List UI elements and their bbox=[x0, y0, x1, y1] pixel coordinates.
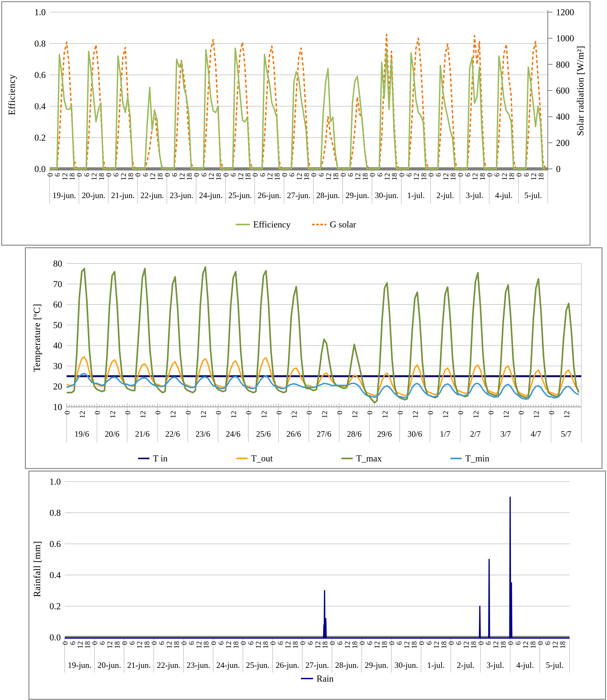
svg-text:0: 0 bbox=[120, 641, 129, 645]
svg-text:12: 12 bbox=[254, 641, 262, 649]
svg-text:18: 18 bbox=[390, 173, 398, 180]
svg-text:12: 12 bbox=[119, 173, 127, 180]
efficiency-solar-plot: 0.00.20.40.60.81.00200400600800100012001… bbox=[2, 2, 589, 245]
svg-text:12: 12 bbox=[383, 173, 391, 180]
svg-text:0: 0 bbox=[477, 641, 485, 645]
svg-text:0.8: 0.8 bbox=[49, 508, 61, 518]
svg-text:0: 0 bbox=[192, 173, 201, 177]
svg-text:6: 6 bbox=[98, 641, 106, 645]
svg-text:0: 0 bbox=[245, 411, 253, 415]
svg-text:0.2: 0.2 bbox=[49, 601, 61, 611]
svg-text:1.0: 1.0 bbox=[49, 477, 61, 487]
svg-text:0: 0 bbox=[368, 173, 376, 177]
temperature-plot: 102030405060708019/601220/601221/601222/… bbox=[26, 248, 602, 468]
svg-text:12: 12 bbox=[441, 411, 449, 418]
svg-text:0: 0 bbox=[485, 173, 494, 177]
svg-text:6: 6 bbox=[258, 173, 267, 177]
legend-item-efficiency: Efficiency bbox=[236, 219, 291, 229]
svg-text:12: 12 bbox=[521, 641, 529, 649]
svg-text:5/7: 5/7 bbox=[561, 430, 571, 438]
svg-text:0: 0 bbox=[417, 641, 426, 645]
svg-text:0: 0 bbox=[515, 173, 523, 177]
svg-text:12: 12 bbox=[139, 411, 147, 418]
svg-text:12: 12 bbox=[502, 411, 510, 418]
svg-text:60: 60 bbox=[53, 300, 62, 309]
svg-text:22-jun.: 22-jun. bbox=[140, 191, 164, 200]
svg-text:18: 18 bbox=[185, 173, 193, 180]
svg-text:12: 12 bbox=[462, 641, 470, 649]
svg-text:0: 0 bbox=[63, 411, 71, 415]
svg-text:4-jul.: 4-jul. bbox=[516, 661, 534, 670]
svg-text:6: 6 bbox=[141, 173, 149, 177]
svg-text:0: 0 bbox=[90, 641, 99, 645]
svg-text:50: 50 bbox=[53, 320, 62, 330]
efficiency-line-swatch-icon bbox=[236, 224, 250, 225]
left-axis-title-rainfall: Rainfall [mm] bbox=[32, 528, 42, 610]
svg-text:6: 6 bbox=[200, 173, 208, 177]
svg-text:22/6: 22/6 bbox=[165, 430, 180, 438]
svg-text:18: 18 bbox=[214, 173, 223, 180]
svg-text:0: 0 bbox=[310, 173, 318, 177]
legend-item-t-min: T_min bbox=[451, 453, 489, 463]
svg-text:80: 80 bbox=[53, 259, 62, 269]
svg-text:28-jun.: 28-jun. bbox=[335, 661, 359, 670]
svg-text:30-jun.: 30-jun. bbox=[395, 661, 418, 670]
svg-text:6: 6 bbox=[158, 641, 166, 645]
svg-text:18: 18 bbox=[202, 641, 210, 649]
svg-text:12: 12 bbox=[343, 641, 351, 649]
svg-text:0.0: 0.0 bbox=[35, 164, 46, 174]
svg-text:6: 6 bbox=[317, 173, 325, 177]
svg-text:23-jun.: 23-jun. bbox=[187, 661, 210, 670]
svg-text:12: 12 bbox=[135, 641, 144, 649]
svg-text:12: 12 bbox=[76, 641, 84, 649]
svg-text:0: 0 bbox=[134, 173, 142, 177]
svg-text:12: 12 bbox=[260, 411, 268, 418]
svg-text:0: 0 bbox=[184, 411, 192, 415]
svg-text:18: 18 bbox=[449, 173, 457, 180]
svg-text:21-jun.: 21-jun. bbox=[111, 191, 135, 200]
t-in-line-swatch-icon bbox=[138, 458, 149, 459]
svg-text:6: 6 bbox=[522, 173, 530, 177]
svg-text:0: 0 bbox=[427, 173, 435, 177]
legend-label-t-out: T_out bbox=[251, 453, 273, 463]
svg-text:0: 0 bbox=[61, 641, 69, 645]
svg-text:21-jun.: 21-jun. bbox=[127, 661, 151, 670]
svg-text:0.6: 0.6 bbox=[49, 539, 61, 549]
svg-text:12: 12 bbox=[471, 173, 479, 180]
svg-text:12: 12 bbox=[432, 641, 440, 649]
svg-text:6: 6 bbox=[514, 641, 522, 645]
svg-text:24-jun.: 24-jun. bbox=[216, 661, 240, 670]
svg-text:18: 18 bbox=[410, 641, 418, 649]
svg-text:1-jul.: 1-jul. bbox=[427, 661, 445, 670]
svg-text:0: 0 bbox=[275, 411, 283, 415]
svg-text:12: 12 bbox=[105, 641, 114, 649]
svg-text:20: 20 bbox=[53, 381, 62, 391]
svg-text:5-jul.: 5-jul. bbox=[524, 191, 542, 200]
svg-text:6: 6 bbox=[395, 641, 403, 645]
svg-text:3-jul.: 3-jul. bbox=[486, 661, 504, 670]
svg-text:0: 0 bbox=[93, 411, 101, 415]
legend-item-t-out: T_out bbox=[236, 453, 273, 463]
svg-text:18: 18 bbox=[232, 641, 240, 649]
svg-text:3-jul.: 3-jul. bbox=[466, 191, 483, 200]
svg-text:12: 12 bbox=[381, 411, 389, 418]
svg-text:0.4: 0.4 bbox=[35, 101, 46, 111]
svg-text:12: 12 bbox=[224, 641, 232, 649]
svg-text:0: 0 bbox=[487, 411, 495, 415]
svg-text:18: 18 bbox=[478, 173, 486, 180]
svg-text:18: 18 bbox=[143, 641, 151, 649]
svg-text:6: 6 bbox=[217, 641, 225, 645]
svg-text:30: 30 bbox=[53, 361, 62, 371]
svg-text:20/6: 20/6 bbox=[105, 430, 119, 438]
svg-text:6: 6 bbox=[276, 641, 285, 645]
svg-text:5-jul.: 5-jul. bbox=[546, 661, 564, 670]
svg-text:25/6: 25/6 bbox=[256, 430, 271, 438]
svg-text:0: 0 bbox=[447, 641, 455, 645]
svg-text:18: 18 bbox=[351, 641, 359, 649]
svg-text:22-jun.: 22-jun. bbox=[157, 661, 181, 670]
svg-text:12: 12 bbox=[295, 173, 303, 180]
svg-text:1.0: 1.0 bbox=[35, 7, 46, 17]
svg-text:12: 12 bbox=[354, 173, 362, 180]
svg-text:19/6: 19/6 bbox=[75, 430, 89, 438]
legend-label-g-solar: G solar bbox=[330, 219, 356, 229]
